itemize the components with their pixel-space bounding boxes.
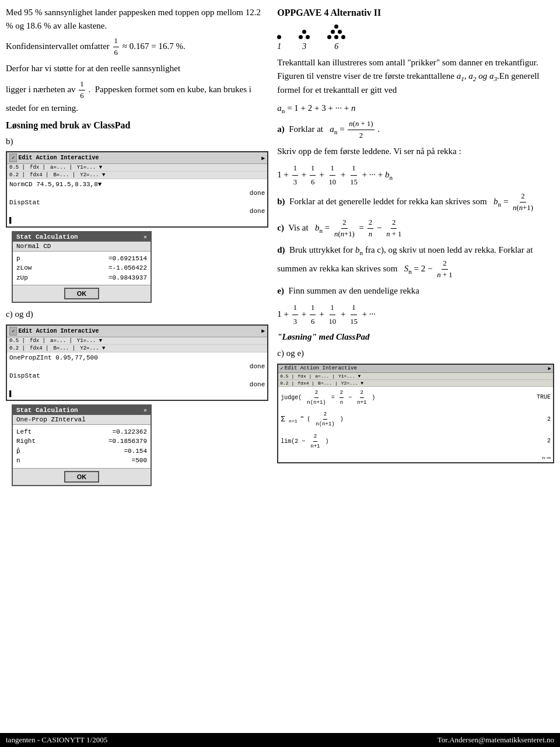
classpad-body: judge( 2 n(n+1) = 2 n − bbox=[278, 387, 553, 462]
calc2-subtoolbar: 0.5 | fdx | a=... | Y1=... ▼ bbox=[7, 337, 267, 345]
classpad-n-arrow: n→∞ bbox=[542, 455, 551, 460]
calc1-check-icon: ✓ bbox=[9, 153, 17, 162]
frac-1-6-b: 1 6 bbox=[79, 79, 85, 102]
calc2-sub1: 0.5 | bbox=[9, 338, 25, 344]
stat2-p-label: p̂ bbox=[16, 446, 20, 456]
stat1-ok-button[interactable]: OK bbox=[64, 288, 100, 299]
frac-d-2-np1: 2 n + 1 bbox=[436, 258, 453, 281]
stat1-p-value: =0.6921514 bbox=[108, 254, 147, 264]
stat2-row-left: Left =0.122362 bbox=[16, 427, 147, 437]
classpad-subtab2-4: Y2=... ▼ bbox=[341, 381, 363, 386]
classpad-result2: 2 bbox=[547, 414, 551, 425]
right-b: b) Forklar at det generelle leddet for r… bbox=[277, 191, 554, 214]
right-a-series: 1 + 1 3 + 1 6 + 1 10 + 1 15 bbox=[277, 162, 554, 189]
classpad-cmd1: judge( 2 n(n+1) = 2 n − bbox=[281, 388, 375, 407]
footer: tangenten - CASIONYTT 1/2005 Tor.Anderse… bbox=[0, 733, 560, 747]
calc2-sub2-1: 0.2 | bbox=[9, 345, 25, 351]
right-para1: Trekanttall kan illustreres som antall "… bbox=[277, 56, 554, 97]
classpad-row1: judge( 2 n(n+1) = 2 n − bbox=[281, 388, 551, 407]
frac-classpad-lim: 2 n+1 bbox=[310, 432, 320, 451]
stat2-subtitle: One-Prop ZInterval bbox=[13, 415, 150, 425]
page: Med 95 % sannsynlighet lander pappesken … bbox=[0, 0, 560, 747]
classpad-cmd2: Σ n=1 ∞ ( 2 n(n+1) ) bbox=[281, 410, 344, 429]
dot bbox=[299, 35, 303, 39]
stat2-title-label: Stat Calculation bbox=[16, 407, 78, 414]
calc2-toolbar-label: Edit Action Interactive bbox=[18, 328, 99, 334]
main-content: Med 95 % sannsynlighet lander pappesken … bbox=[0, 0, 560, 733]
left-para2: Konfidensintervallet omfatter 1 6 ≈ 0.16… bbox=[6, 36, 268, 58]
solution-b-label: b) bbox=[6, 135, 268, 148]
stat1-subtitle: Normal CD bbox=[13, 242, 150, 252]
stat1-zlow-label: zLow bbox=[16, 263, 32, 273]
classpad-subtab2-2: fdx4 | bbox=[298, 381, 314, 386]
calc1-sub2-1: 0.2 | bbox=[9, 172, 25, 178]
calc2-sub2-2: fdx4 | bbox=[30, 345, 48, 351]
dot-row-6-2 bbox=[331, 30, 342, 34]
stat2-ok-button[interactable]: OK bbox=[64, 471, 100, 483]
dot-label-6: 6 bbox=[334, 42, 338, 51]
calc2-sub3: a=... | bbox=[50, 338, 72, 344]
frac-c-2-over-npnp1: 2 n(n+1) bbox=[333, 217, 356, 240]
classpad-toolbar-label: Edit Action Interactive bbox=[285, 365, 357, 371]
dot-group-6: 6 bbox=[327, 25, 345, 51]
right-a-label: a) Forklar at an = n(n + 1) 2 . bbox=[277, 118, 554, 141]
stat1-row-zlow: zLow =-1.056422 bbox=[16, 263, 147, 273]
calc1-sub3: a=... | bbox=[50, 165, 72, 170]
dot-label-3: 3 bbox=[302, 42, 306, 51]
footer-right: Tor.Andersen@matematikksenteret.no bbox=[438, 735, 554, 745]
stat2-row-p: p̂ =0.154 bbox=[16, 446, 147, 456]
footer-left: tangenten - CASIONYTT 1/2005 bbox=[6, 735, 107, 745]
calc1-sub4: Y1=... ▼ bbox=[77, 165, 102, 170]
stat1-close-icon[interactable]: ✕ bbox=[144, 233, 147, 240]
stat-dialog-2: Stat Calculation ✕ One-Prop ZInterval Le… bbox=[12, 404, 152, 486]
stat1-row-zup: zUp =0.9843937 bbox=[16, 273, 147, 283]
stat2-close-icon[interactable]: ✕ bbox=[144, 407, 147, 414]
calc1-cmd2: DispStat bbox=[9, 198, 265, 207]
loesning-ce-label: c) og e) bbox=[277, 347, 554, 360]
calc2-sub2: fdx | bbox=[30, 338, 46, 344]
calc2-cmd1: OnePropZInt 0.95,77,500 bbox=[9, 354, 265, 362]
stat1-p-label: p bbox=[16, 254, 20, 264]
classpad-screen: ✓ Edit Action Interactive ▶ 0.5 | fdx | … bbox=[277, 364, 554, 463]
calc2-toolbar: ✓ Edit Action Interactive ▶ bbox=[7, 326, 267, 337]
frac-e-1-6: 1 6 bbox=[310, 301, 316, 329]
dot bbox=[277, 35, 281, 39]
classpad-subtab-4: Y1=... ▼ bbox=[338, 374, 360, 379]
dot bbox=[327, 35, 331, 39]
stat1-title-bar: Stat Calculation ✕ bbox=[13, 232, 150, 242]
calc2-body: OnePropZInt 0.95,77,500 done DispStat do… bbox=[7, 352, 267, 400]
classpad-row3: lim(2 − 2 n+1 ) 2 bbox=[281, 432, 551, 451]
dot-row-6-3 bbox=[327, 35, 345, 39]
classpad-result3: 2 bbox=[547, 436, 551, 446]
classpad-subtab2-1: 0.2 | bbox=[280, 381, 294, 386]
frac-c-2-np1: 2 n + 1 bbox=[385, 217, 402, 240]
calc1-sub2-2: fdx4 | bbox=[30, 172, 48, 178]
frac-1-3: 1 3 bbox=[292, 162, 298, 189]
calc1-sub2: fdx | bbox=[30, 165, 46, 170]
left-para3: Derfor har vi støtte for at den reelle s… bbox=[6, 62, 268, 75]
stat1-row-p: p =0.6921514 bbox=[16, 254, 147, 264]
formula-an: an = 1 + 2 + 3 + ··· + n bbox=[277, 100, 554, 117]
stat2-right-value: =0.1856379 bbox=[108, 437, 147, 446]
calc2-arrow-icon: ▶ bbox=[261, 327, 265, 334]
dot-group-3: 3 bbox=[299, 30, 310, 51]
right-column: OPPGAVE 4 Alternativ II 1 bbox=[274, 6, 554, 733]
stat2-right-label: Right bbox=[16, 437, 36, 446]
classpad-subtab2-3: B=... | bbox=[318, 381, 338, 386]
frac-2-over-npnp1: 2 n(n+1) bbox=[512, 191, 534, 214]
stat-dialog-1: Stat Calculation ✕ Normal CD p =0.692151… bbox=[12, 231, 152, 303]
section-cd: c) og d) bbox=[6, 308, 268, 321]
right-e: e) Finn summen av den uendelige rekka bbox=[277, 284, 554, 298]
calc1-body: NormCD 74.5,91.5,8.33,8▼ done DispStat d… bbox=[7, 179, 267, 226]
classpad-check-icon: ✓ bbox=[280, 365, 283, 372]
classpad-row2: Σ n=1 ∞ ( 2 n(n+1) ) 2 bbox=[281, 410, 551, 429]
loesning-classpad-heading: "Løsning" med ClassPad bbox=[277, 330, 554, 344]
stat2-p-value: =0.154 bbox=[124, 446, 147, 456]
calc1-sub2-3: B=... | bbox=[53, 172, 75, 178]
classpad-subtabs2: 0.2 | fdx4 | B=... | Y2=... ▼ bbox=[278, 380, 553, 387]
dot-row-3-2 bbox=[299, 35, 310, 39]
calc1-sub2-4: Y2=... ▼ bbox=[80, 172, 105, 178]
frac-classpad-2: 2 n bbox=[340, 388, 344, 407]
right-e-series: 1 + 1 3 + 1 6 + 1 10 + 1 15 bbox=[277, 301, 554, 329]
calc1-res2: done bbox=[9, 207, 265, 216]
